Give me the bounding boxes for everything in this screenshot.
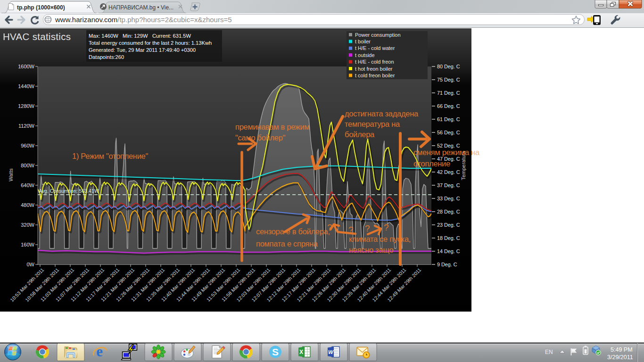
svg-text:Generated: Tue, 29 Mar 2011 17: Generated: Tue, 29 Mar 2011 17:49:40 +03…: [89, 47, 196, 53]
svg-text:X: X: [299, 349, 303, 355]
svg-text:3/29/2011: 3/29/2011: [607, 354, 633, 361]
svg-text:0W: 0W: [27, 262, 35, 267]
svg-text:t H/E - cold freon: t H/E - cold freon: [355, 59, 394, 65]
svg-text:80 Deg. C: 80 Deg. C: [437, 64, 460, 69]
svg-text:1) Режим "отопление": 1) Режим "отопление": [72, 152, 148, 160]
svg-text:160W: 160W: [21, 242, 34, 247]
svg-text:бойлера: бойлера: [345, 130, 375, 139]
svg-text:t H/E - cold water: t H/E - cold water: [355, 45, 395, 51]
svg-text:800W: 800W: [21, 163, 34, 168]
svg-text:14 Deg. C: 14 Deg. C: [437, 248, 460, 254]
svg-text:640W: 640W: [21, 182, 34, 188]
svg-text:сменям режима на: сменям режима на: [413, 148, 480, 156]
svg-text:преминавам в режим: преминавам в режим: [235, 123, 310, 131]
svg-text:1600W: 1600W: [18, 64, 34, 69]
svg-text:42 Deg. C: 42 Deg. C: [437, 169, 460, 175]
svg-text:33 Deg. C: 33 Deg. C: [437, 196, 460, 201]
svg-text:S: S: [272, 346, 279, 357]
svg-text:480W: 480W: [21, 202, 34, 208]
svg-text:неясно защо: неясно защо: [349, 246, 393, 254]
svg-text:28 Deg. C: 28 Deg. C: [437, 209, 460, 214]
svg-text:помпата е спряна: помпата е спряна: [256, 239, 318, 248]
svg-text:Avg. Consumtion: 563.41W: Avg. Consumtion: 563.41W: [39, 188, 99, 194]
svg-text:37 Deg. C: 37 Deg. C: [437, 182, 460, 188]
svg-text:71 Deg. C: 71 Deg. C: [437, 90, 460, 96]
svg-text:75 Deg. C: 75 Deg. C: [437, 77, 460, 82]
svg-text:320W: 320W: [21, 222, 34, 228]
svg-text:66 Deg. C: 66 Deg. C: [437, 103, 460, 109]
svg-text:НАПРАВИСАМ.bg • Vie...: НАПРАВИСАМ.bg • Vie...: [108, 4, 173, 11]
svg-text:9 Deg. C: 9 Deg. C: [437, 262, 457, 267]
svg-text:сензора е в бойлера,: сензора е в бойлера,: [256, 227, 330, 236]
svg-text:5:49 PM: 5:49 PM: [611, 346, 633, 353]
svg-text:?: ?: [384, 222, 388, 232]
svg-text:t outside: t outside: [355, 52, 375, 58]
svg-text:W: W: [328, 349, 334, 355]
svg-text:Watts: Watts: [8, 168, 14, 181]
svg-text:61 Deg. C: 61 Deg. C: [437, 116, 460, 122]
svg-text:1280W: 1280W: [18, 103, 34, 109]
svg-text:"само бойлер": "само бойлер": [235, 133, 286, 142]
svg-text:56 Deg. C: 56 Deg. C: [437, 130, 460, 135]
svg-text:Power consumption: Power consumption: [355, 32, 401, 38]
svg-text:tp.php (1000×600): tp.php (1000×600): [17, 4, 65, 11]
svg-text:t cold freon boiler: t cold freon boiler: [355, 73, 395, 78]
svg-text:1440W: 1440W: [18, 83, 34, 89]
svg-text:1120W: 1120W: [18, 123, 35, 129]
svg-text:t boiler: t boiler: [355, 39, 371, 44]
svg-text:23 Deg. C: 23 Deg. C: [437, 222, 460, 228]
svg-text:климата се пуска,: климата се пуска,: [349, 235, 411, 243]
svg-text:EN: EN: [545, 349, 553, 355]
svg-text:e: e: [96, 343, 103, 360]
svg-text:Datapoints:260: Datapoints:260: [89, 54, 124, 60]
svg-text:температура на: температура на: [345, 120, 400, 128]
svg-text:t hot freon boiler: t hot freon boiler: [355, 66, 393, 72]
svg-text:?: ?: [365, 223, 370, 233]
svg-text:18 Deg. C: 18 Deg. C: [437, 235, 460, 241]
svg-text:отопление: отопление: [413, 159, 450, 168]
svg-text:960W: 960W: [21, 143, 34, 148]
svg-text:Max: 1460W Min: 129W Curre: Max: 1460W Min: 129W Current: 631.5W: [89, 33, 191, 39]
svg-text:HVAC statistics: HVAC statistics: [3, 31, 71, 42]
svg-text:Total energy consumed for the: Total energy consumed for the last 2 hou…: [89, 40, 212, 46]
svg-text:достигната зададена: достигната зададена: [345, 109, 419, 118]
